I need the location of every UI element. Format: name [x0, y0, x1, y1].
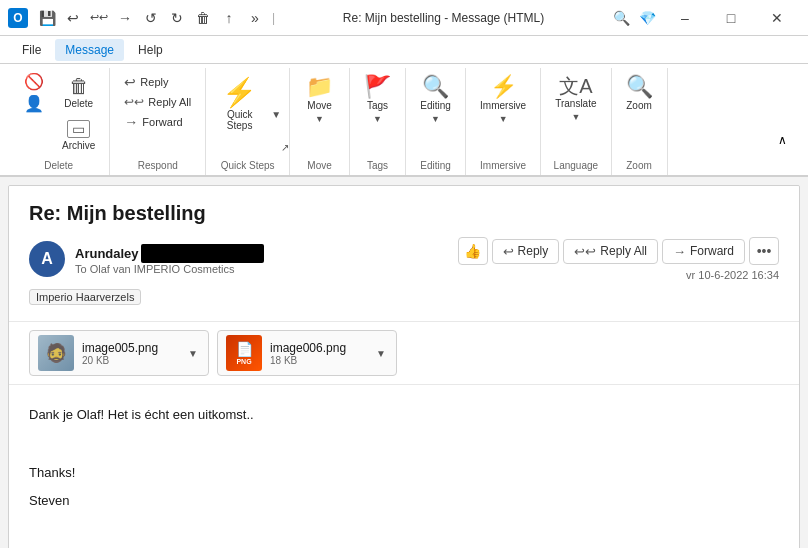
more-title-button[interactable]: »: [244, 7, 266, 29]
body-thanks: Thanks!: [29, 463, 779, 484]
translate-icon: 文A: [559, 76, 592, 96]
more-actions-button[interactable]: •••: [749, 237, 779, 265]
immersive-dropdown-icon: ▼: [499, 114, 508, 124]
quick-steps-expand[interactable]: ▼: [271, 109, 281, 120]
ribbon-group-immersive-content: ⚡ Immersive ▼: [474, 72, 532, 156]
ribbon-group-move: 📁 Move ▼ Move: [290, 68, 350, 175]
archive-button[interactable]: ▭ Archive: [56, 116, 101, 156]
delete-button[interactable]: 🗑 Delete: [57, 72, 101, 114]
body-name: Steven: [29, 491, 779, 512]
immersive-button[interactable]: ⚡ Immersive ▼: [474, 72, 532, 128]
zoom-group-label: Zoom: [626, 156, 652, 171]
trash-button[interactable]: 🗑: [192, 7, 214, 29]
quick-steps-dialog-icon[interactable]: ↗: [281, 142, 289, 153]
gem-button[interactable]: 💎: [636, 7, 658, 29]
title-bar: O 💾 ↩ ↩↩ → ↺ ↻ 🗑 ↑ » | Re: Mijn bestelli…: [0, 0, 808, 36]
move-button[interactable]: 📁 Move ▼: [300, 72, 339, 128]
quick-steps-button[interactable]: ⚡ Quick Steps: [214, 72, 265, 135]
ribbon-group-language-content: 文A Translate ▼: [549, 72, 602, 156]
sender-details: Arundaley To Olaf van IMPERIO Cosmetics: [75, 244, 266, 275]
reply-all-action-button[interactable]: ↩↩ Reply All: [563, 239, 658, 264]
ribbon: 🚫 👤 🗑 Delete ▭ Archive Delete: [0, 64, 808, 177]
refresh2-button[interactable]: ↻: [166, 7, 188, 29]
delete-label: Delete: [64, 98, 93, 110]
ignore-icon: 🚫: [24, 74, 44, 90]
email-meta-right: 👍 ↩ Reply ↩↩ Reply All → Forward: [458, 237, 779, 281]
tags-dropdown-icon: ▼: [373, 114, 382, 124]
ribbon-collapse: ∧: [764, 68, 800, 175]
delete-icon: 🗑: [69, 76, 89, 96]
save-button[interactable]: 💾: [36, 7, 58, 29]
maximize-button[interactable]: □: [708, 0, 754, 36]
minimize-button[interactable]: –: [662, 0, 708, 36]
editing-button[interactable]: 🔍 Editing ▼: [414, 72, 457, 128]
email-meta-row: A Arundaley To Olaf van IMPERIO Cosmetic…: [29, 237, 779, 281]
body-line-1b: [29, 434, 779, 455]
reply-label: Reply: [140, 76, 168, 88]
refresh1-button[interactable]: ↺: [140, 7, 162, 29]
move-label: Move: [307, 100, 331, 112]
policy-button[interactable]: 👤: [16, 94, 52, 114]
attachment-1[interactable]: 🧔 image005.png 20 KB ▼: [29, 330, 209, 376]
ribbon-group-quicksteps-content: ⚡ Quick Steps ▼: [214, 72, 281, 156]
zoom-button[interactable]: 🔍 Zoom: [620, 72, 659, 116]
undo-button[interactable]: ↩: [62, 7, 84, 29]
archive-label: Archive: [62, 140, 95, 152]
attachment-2[interactable]: 📄 PNG image006.png 18 KB ▼: [217, 330, 397, 376]
email-actions: 👍 ↩ Reply ↩↩ Reply All → Forward: [458, 237, 779, 265]
ribbon-group-language: 文A Translate ▼ Language: [541, 68, 611, 175]
outlook-logo: O: [8, 8, 28, 28]
attachment-2-name: image006.png: [270, 341, 366, 355]
ribbon-group-move-content: 📁 Move ▼: [300, 72, 339, 156]
quick-steps-icon: ⚡: [222, 76, 257, 109]
undo2-button[interactable]: ↩↩: [88, 7, 110, 29]
attachment-2-dropdown[interactable]: ▼: [374, 346, 388, 361]
email-timestamp: vr 10-6-2022 16:34: [686, 269, 779, 281]
reply-icon: ↩: [124, 74, 136, 90]
window-controls: – □ ✕: [662, 0, 800, 36]
tags-icon: 🚩: [364, 76, 391, 98]
body-line-2b: [29, 520, 779, 541]
quick-steps-label2: Steps: [227, 120, 253, 131]
menu-message[interactable]: Message: [55, 39, 124, 61]
immersive-label: Immersive: [480, 100, 526, 112]
immersive-icon: ⚡: [490, 76, 517, 98]
up-button[interactable]: ↑: [218, 7, 240, 29]
attachment-1-dropdown[interactable]: ▼: [186, 346, 200, 361]
attachment-1-name: image005.png: [82, 341, 178, 355]
ribbon-group-delete: 🚫 👤 🗑 Delete ▭ Archive Delete: [8, 68, 110, 175]
ribbon-group-respond-content: ↩ Reply ↩↩ Reply All → Forward: [118, 72, 197, 156]
menu-help[interactable]: Help: [128, 39, 173, 61]
to-name: Olaf van IMPERIO Cosmetics: [90, 263, 235, 275]
ribbon-collapse-button[interactable]: ∧: [764, 129, 800, 151]
tags-group-label: Tags: [367, 156, 388, 171]
reply-all-action-icon: ↩↩: [574, 244, 596, 259]
ribbon-group-editing-content: 🔍 Editing ▼: [414, 72, 457, 156]
redo-button[interactable]: →: [114, 7, 136, 29]
reply-button[interactable]: ↩ Reply: [118, 72, 197, 92]
ribbon-group-delete-content: 🚫 👤 🗑 Delete ▭ Archive: [16, 72, 101, 156]
sender-name: Arundaley: [75, 244, 266, 263]
translate-button[interactable]: 文A Translate ▼: [549, 72, 602, 126]
ignore-button[interactable]: 🚫: [16, 72, 52, 92]
close-button[interactable]: ✕: [754, 0, 800, 36]
reply-all-action-label: Reply All: [600, 244, 647, 258]
tags-button[interactable]: 🚩 Tags ▼: [358, 72, 397, 128]
menu-file[interactable]: File: [12, 39, 51, 61]
delete-group-label: Delete: [44, 156, 73, 171]
forward-action-button[interactable]: → Forward: [662, 239, 745, 264]
forward-ribbon-button[interactable]: → Forward: [118, 112, 197, 132]
move-dropdown-icon: ▼: [315, 114, 324, 124]
ribbon-group-quicksteps: ⚡ Quick Steps ▼ ↗ Quick Steps: [206, 68, 290, 175]
editing-group-label: Editing: [420, 156, 451, 171]
reply-all-button[interactable]: ↩↩ Reply All: [118, 93, 197, 111]
sender-avatar: A: [29, 241, 65, 277]
more-icon: •••: [757, 243, 772, 259]
search-title-button[interactable]: 🔍: [610, 7, 632, 29]
zoom-label: Zoom: [626, 100, 652, 112]
reply-action-button[interactable]: ↩ Reply: [492, 239, 560, 264]
zoom-icon: 🔍: [626, 76, 653, 98]
email-body: Dank je Olaf! Het is écht een uitkomst..…: [9, 385, 799, 548]
like-button[interactable]: 👍: [458, 237, 488, 265]
ribbon-group-tags-content: 🚩 Tags ▼: [358, 72, 397, 156]
